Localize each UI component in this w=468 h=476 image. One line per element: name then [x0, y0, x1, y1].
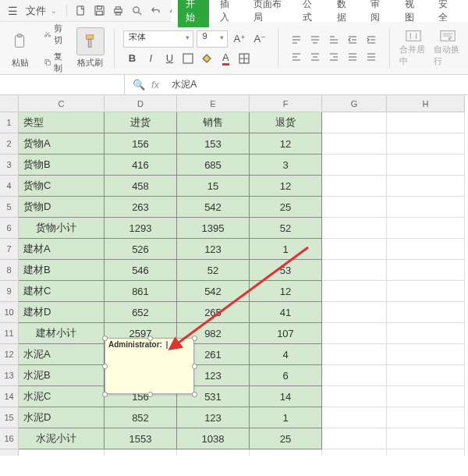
- tab-start[interactable]: 开始: [178, 0, 209, 27]
- cell[interactable]: 1395: [177, 218, 250, 239]
- cell[interactable]: [387, 407, 465, 428]
- cell[interactable]: 25: [250, 197, 322, 218]
- cell[interactable]: [322, 365, 387, 386]
- cell[interactable]: 3: [250, 155, 322, 176]
- cut-button[interactable]: 剪切: [41, 21, 70, 48]
- cell[interactable]: 1: [250, 239, 322, 260]
- row-header-5[interactable]: 5: [0, 197, 19, 218]
- cell[interactable]: [322, 302, 387, 323]
- cell[interactable]: [250, 449, 322, 456]
- row-header-13[interactable]: 13: [0, 365, 19, 386]
- fx-icon[interactable]: fx: [151, 79, 159, 91]
- cell[interactable]: [322, 344, 387, 365]
- align-left-icon[interactable]: [288, 49, 305, 65]
- col-header-F[interactable]: F: [250, 95, 322, 112]
- cell[interactable]: [387, 428, 465, 449]
- align-center-icon[interactable]: [307, 49, 324, 65]
- cell[interactable]: 货物小计: [19, 218, 105, 239]
- cell-style-button[interactable]: [236, 51, 253, 66]
- cell[interactable]: 1553: [105, 428, 177, 449]
- cell[interactable]: [322, 407, 387, 428]
- cell[interactable]: [387, 239, 465, 260]
- cell[interactable]: 861: [105, 281, 177, 302]
- cell[interactable]: 建材C: [19, 281, 105, 302]
- formula-input[interactable]: 水泥A: [167, 78, 468, 91]
- cell[interactable]: [322, 197, 387, 218]
- tab-security[interactable]: 安全: [431, 0, 462, 27]
- cell[interactable]: [387, 260, 465, 281]
- cell[interactable]: [387, 449, 465, 456]
- cell[interactable]: 263: [105, 197, 177, 218]
- cell[interactable]: [322, 218, 387, 239]
- cell[interactable]: 852: [105, 407, 177, 428]
- merge-button[interactable]: 合并居中: [399, 29, 427, 67]
- cell[interactable]: [387, 323, 465, 344]
- cell[interactable]: 546: [105, 260, 177, 281]
- file-menu[interactable]: 文件: [23, 4, 49, 18]
- row-header-1[interactable]: 1: [0, 112, 19, 133]
- cell[interactable]: 153: [177, 133, 250, 155]
- cell[interactable]: 542: [177, 197, 250, 218]
- cell[interactable]: [322, 239, 387, 260]
- cell[interactable]: 货物B: [19, 155, 105, 176]
- cell[interactable]: 退货: [250, 112, 322, 133]
- row-header-16[interactable]: 16: [0, 428, 19, 449]
- row-header-6[interactable]: 6: [0, 218, 19, 239]
- cell[interactable]: 12: [250, 133, 322, 155]
- save-icon[interactable]: [90, 2, 108, 20]
- orientation-icon[interactable]: [344, 49, 361, 65]
- tab-layout[interactable]: 页面布局: [246, 0, 292, 27]
- cell[interactable]: 652: [105, 302, 177, 323]
- cell[interactable]: [387, 155, 465, 176]
- new-icon[interactable]: [72, 2, 89, 20]
- align-bottom-icon[interactable]: [325, 32, 342, 48]
- cell[interactable]: 685: [177, 155, 250, 176]
- col-header-G[interactable]: G: [322, 95, 387, 112]
- cell[interactable]: 14: [250, 386, 322, 407]
- cell[interactable]: [387, 281, 465, 302]
- row-header-8[interactable]: 8: [0, 260, 19, 281]
- cell[interactable]: 52: [177, 260, 250, 281]
- cell[interactable]: [19, 449, 105, 456]
- cell[interactable]: [387, 218, 465, 239]
- cell[interactable]: 15: [177, 176, 250, 197]
- cell[interactable]: [322, 260, 387, 281]
- row-header-2[interactable]: 2: [0, 133, 19, 155]
- cell[interactable]: 进货: [105, 112, 177, 133]
- font-size-select[interactable]: 9: [197, 30, 228, 48]
- col-header-H[interactable]: H: [387, 95, 465, 112]
- row-header-9[interactable]: 9: [0, 281, 19, 302]
- cell[interactable]: 12: [250, 281, 322, 302]
- cell[interactable]: 水泥C: [19, 386, 105, 407]
- resize-handle[interactable]: [192, 336, 197, 341]
- row-header-17[interactable]: 17: [0, 449, 19, 456]
- indent-decrease-icon[interactable]: [344, 32, 361, 48]
- tab-view[interactable]: 视图: [397, 0, 428, 27]
- cell[interactable]: [387, 302, 465, 323]
- row-header-12[interactable]: 12: [0, 344, 19, 365]
- cell[interactable]: [322, 155, 387, 176]
- cell[interactable]: 1293: [105, 218, 177, 239]
- cell[interactable]: 水泥小计: [19, 428, 105, 449]
- resize-handle[interactable]: [102, 392, 108, 397]
- cell[interactable]: [322, 323, 387, 344]
- tab-formula[interactable]: 公式: [295, 0, 326, 27]
- cell[interactable]: 水泥B: [19, 365, 105, 386]
- cell[interactable]: 416: [105, 155, 177, 176]
- cell[interactable]: 建材D: [19, 302, 105, 323]
- font-family-select[interactable]: 宋体: [123, 30, 193, 48]
- row-header-4[interactable]: 4: [0, 176, 19, 197]
- cell[interactable]: 107: [250, 323, 322, 344]
- name-box[interactable]: [0, 75, 125, 94]
- cell[interactable]: [322, 386, 387, 407]
- cell[interactable]: 265: [177, 302, 250, 323]
- italic-button[interactable]: I: [142, 51, 159, 66]
- cell[interactable]: [177, 449, 250, 456]
- decrease-font-icon[interactable]: A⁻: [251, 31, 268, 47]
- preview-icon[interactable]: [128, 2, 145, 20]
- cell[interactable]: 建材小计: [19, 323, 105, 344]
- cell[interactable]: [387, 112, 465, 133]
- row-header-3[interactable]: 3: [0, 155, 19, 176]
- cell[interactable]: [322, 112, 387, 133]
- row-header-15[interactable]: 15: [0, 407, 19, 428]
